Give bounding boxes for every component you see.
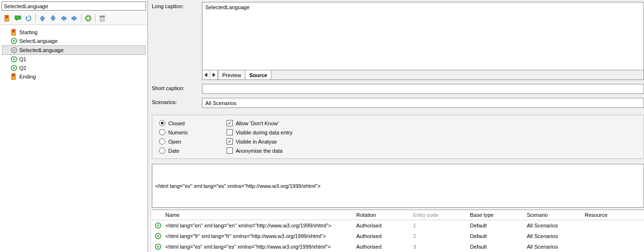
th-name[interactable]: Name bbox=[162, 210, 353, 220]
long-caption-label: Long caption: bbox=[152, 2, 200, 9]
tree-item-label: Starting bbox=[19, 28, 38, 36]
td-base: Default bbox=[467, 232, 524, 240]
target-icon bbox=[11, 65, 17, 71]
tab-source[interactable]: Source bbox=[245, 70, 271, 80]
tree-item-q1[interactable]: Q1 bbox=[2, 55, 146, 64]
check-visible-analyse[interactable]: Visible in Analyse bbox=[227, 138, 293, 145]
radio-closed[interactable]: Closed bbox=[159, 120, 188, 126]
td-scenario: All Scenarios bbox=[524, 222, 582, 229]
arrow-right-icon[interactable] bbox=[69, 13, 79, 23]
td-entry: 1 bbox=[410, 222, 467, 229]
td-name: <html lang="fr" xml:lang="fr" xmlns="htt… bbox=[162, 232, 353, 240]
scenarios-input[interactable] bbox=[202, 98, 644, 108]
tree-toolbar bbox=[0, 12, 148, 25]
th-resource[interactable]: Resource bbox=[582, 210, 644, 220]
search-input[interactable] bbox=[1, 1, 146, 11]
arrow-down-icon[interactable] bbox=[48, 13, 58, 23]
tree-item-label: SelectedLanguage bbox=[19, 46, 64, 54]
arrow-left-icon[interactable] bbox=[59, 13, 68, 23]
tab-preview[interactable]: Preview bbox=[218, 70, 245, 80]
check-allow-dk[interactable]: Allow 'Don't Know' bbox=[227, 120, 293, 126]
td-resource bbox=[582, 235, 644, 237]
check-visible-entry-label: Visible during data entry bbox=[236, 130, 293, 135]
question-tree: StartingSelectLanguageSelectedLanguageQ1… bbox=[0, 25, 148, 252]
th-scenario[interactable]: Scenario bbox=[524, 210, 582, 220]
separator bbox=[95, 14, 95, 23]
tree-item-label: Ending bbox=[19, 73, 36, 80]
responses-table: Name Rotation Entry code Base type Scena… bbox=[152, 210, 644, 252]
checkbox-icon bbox=[227, 120, 233, 126]
right-panel: Long caption: SelectedLanguage Preview S… bbox=[148, 0, 644, 252]
td-entry: 3 bbox=[410, 243, 467, 251]
td-name: <html lang="es" xml:lang="es" xmlns="htt… bbox=[162, 243, 353, 251]
th-base[interactable]: Base type bbox=[467, 210, 524, 220]
td-entry: 2 bbox=[410, 232, 467, 240]
check-allow-dk-label: Allow 'Don't Know' bbox=[236, 120, 279, 126]
tree-item-starting[interactable]: Starting bbox=[2, 28, 146, 37]
refresh-icon[interactable] bbox=[24, 13, 33, 23]
short-caption-input[interactable] bbox=[202, 84, 644, 94]
check-visible-entry[interactable]: Visible during data entry bbox=[227, 129, 293, 135]
short-caption-label: Short caption: bbox=[152, 84, 200, 91]
radio-icon bbox=[159, 147, 165, 154]
checkbox-icon bbox=[227, 147, 233, 154]
tree-item-selectedlanguage[interactable]: SelectedLanguage bbox=[2, 45, 146, 55]
separator bbox=[35, 14, 36, 23]
bookmark-icon bbox=[11, 29, 17, 36]
target-icon bbox=[11, 38, 17, 44]
td-resource bbox=[582, 246, 644, 248]
td-scenario: All Scenarios bbox=[524, 243, 582, 251]
td-resource bbox=[582, 225, 644, 226]
svg-point-19 bbox=[157, 246, 159, 248]
radio-numeric[interactable]: Numeric bbox=[159, 129, 188, 135]
table-row[interactable]: <html lang="fr" xml:lang="fr" xmlns="htt… bbox=[152, 231, 644, 241]
tree-item-label: Q2 bbox=[19, 64, 27, 72]
target-grey-icon bbox=[11, 47, 17, 53]
td-scenario: All Scenarios bbox=[524, 232, 582, 240]
svg-point-10 bbox=[13, 58, 15, 60]
table-row[interactable]: <html lang="en" xml:lang="en" xmlns="htt… bbox=[152, 220, 644, 231]
caption-tabs: Preview Source bbox=[202, 70, 644, 80]
tree-item-q2[interactable]: Q2 bbox=[2, 64, 146, 72]
check-anonymise[interactable]: Anonymise the data bbox=[227, 147, 293, 154]
check-anonymise-label: Anonymise the data bbox=[236, 148, 282, 154]
td-base: Default bbox=[467, 222, 524, 229]
tab-prev-icon[interactable] bbox=[202, 70, 210, 80]
comment-icon[interactable] bbox=[13, 13, 23, 23]
checkbox-icon bbox=[227, 129, 233, 135]
svg-point-6 bbox=[13, 40, 15, 42]
check-visible-analyse-label: Visible in Analyse bbox=[236, 139, 277, 145]
table-header: Name Rotation Entry code Base type Scena… bbox=[152, 210, 644, 220]
add-icon[interactable] bbox=[83, 13, 93, 23]
table-row[interactable]: <html lang="es" xml:lang="es" xmlns="htt… bbox=[152, 241, 644, 252]
svg-point-12 bbox=[13, 67, 15, 69]
th-entry[interactable]: Entry code bbox=[410, 210, 467, 220]
table-body: <html lang="en" xml:lang="en" xmlns="htt… bbox=[152, 220, 644, 252]
left-panel: StartingSelectLanguageSelectedLanguageQ1… bbox=[0, 0, 148, 252]
filter-input[interactable] bbox=[152, 164, 644, 208]
question-type-panel: Closed Numeric Open Date Allow 'Don't Kn… bbox=[152, 115, 644, 159]
long-caption-text[interactable]: SelectedLanguage bbox=[202, 2, 644, 70]
svg-rect-3 bbox=[100, 16, 105, 17]
radio-icon bbox=[159, 138, 165, 145]
delete-icon[interactable] bbox=[97, 13, 107, 23]
tree-item-label: SelectLanguage bbox=[19, 37, 58, 45]
radio-open[interactable]: Open bbox=[159, 138, 188, 145]
arrow-up-icon[interactable] bbox=[38, 13, 47, 23]
svg-point-8 bbox=[13, 49, 15, 51]
target-icon bbox=[155, 243, 161, 250]
tree-item-ending[interactable]: Ending bbox=[2, 72, 146, 81]
td-rotation: Authorised bbox=[353, 232, 410, 240]
tree-item-label: Q1 bbox=[19, 55, 27, 63]
tree-item-selectlanguage[interactable]: SelectLanguage bbox=[2, 37, 146, 45]
scenarios-label: Scenarios: bbox=[152, 98, 200, 105]
bookmark-icon bbox=[11, 73, 17, 80]
th-rotation[interactable]: Rotation bbox=[353, 210, 410, 220]
radio-date[interactable]: Date bbox=[159, 147, 188, 154]
td-name: <html lang="en" xml:lang="en" xmlns="htt… bbox=[162, 222, 353, 229]
tab-next-icon[interactable] bbox=[210, 70, 218, 80]
bookmark-icon[interactable] bbox=[2, 13, 12, 23]
long-caption-editor[interactable]: SelectedLanguage Preview Source bbox=[202, 2, 644, 80]
svg-point-15 bbox=[157, 225, 159, 226]
checkbox-icon bbox=[227, 138, 233, 145]
